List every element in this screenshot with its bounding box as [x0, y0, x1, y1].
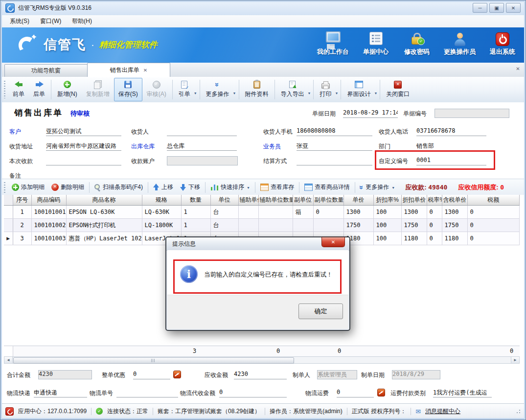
menu-system[interactable]: 系统(S)	[4, 16, 35, 27]
tab-nav-panel[interactable]: 功能导航窗	[4, 64, 88, 77]
table-cell[interactable]: LQ-630K	[142, 206, 181, 219]
column-header[interactable]: 副单位	[293, 195, 313, 206]
dropdown-caret-icon[interactable]: ▼	[233, 92, 236, 95]
more-actions-button[interactable]: 更多操作	[202, 78, 234, 101]
table-cell[interactable]: 0	[467, 232, 520, 245]
column-header[interactable]: 含税单价	[442, 195, 467, 206]
dropdown-caret-icon[interactable]: ▼	[374, 92, 377, 95]
column-header[interactable]: 辅助单位数量	[258, 195, 293, 206]
customer-input[interactable]: 亚拓公司测试	[46, 127, 121, 136]
express-input[interactable]: 申通快递	[34, 389, 87, 397]
close-button[interactable]: ✕	[506, 3, 521, 13]
horizontal-scrollbar[interactable]: ◄ ►	[4, 356, 520, 364]
table-cell[interactable]: 0	[427, 206, 442, 219]
payment-input[interactable]	[46, 157, 121, 165]
settle-input[interactable]	[297, 157, 372, 165]
table-cell[interactable]: 0	[427, 232, 442, 245]
edit-discount-icon[interactable]	[173, 371, 181, 378]
table-cell[interactable]: 1750	[401, 219, 427, 232]
column-header[interactable]: 商品编码	[31, 195, 66, 206]
warehouse-label[interactable]: 出库仓库	[131, 142, 167, 151]
column-header[interactable]: 税率%	[427, 195, 442, 206]
column-header[interactable]: 商品名称	[66, 195, 142, 206]
menu-window[interactable]: 窗口(W)	[35, 16, 67, 27]
column-header[interactable]: 序号	[13, 195, 31, 206]
attachments-button[interactable]: 附件资料	[241, 78, 273, 101]
scrollbar-thumb[interactable]	[13, 357, 294, 364]
table-cell[interactable]: EPSON LQ-630K	[66, 206, 142, 219]
column-header[interactable]: 单位	[210, 195, 238, 206]
table-row[interactable]: 1 100101001 EPSON LQ-630K LQ-630K 1 台 箱 …	[4, 206, 520, 219]
table-cell[interactable]: 100	[373, 219, 401, 232]
doc-date-input[interactable]: 2018-08-29 17:14	[343, 109, 398, 118]
prev-doc-button[interactable]: 前单	[8, 78, 29, 101]
dropdown-caret-icon[interactable]: ▼	[335, 92, 338, 95]
table-row[interactable]: 2 100101002 EPSON针式打印机 LQ-1800K 1 台 1750…	[4, 219, 520, 232]
table-cell[interactable]: 1300	[343, 206, 373, 219]
column-header[interactable]: 单价	[343, 195, 373, 206]
table-cell[interactable]: 1750	[442, 219, 467, 232]
column-header[interactable]: 税额	[467, 195, 520, 206]
dept-input[interactable]: 销售部	[416, 142, 486, 151]
table-cell[interactable]: 1	[181, 219, 210, 232]
table-cell[interactable]	[313, 219, 343, 232]
view-stock-button[interactable]: 查看库存	[257, 182, 297, 193]
scroll-right-icon[interactable]: ►	[511, 357, 519, 363]
change-password-button[interactable]: 修改密码	[403, 31, 431, 56]
menu-help[interactable]: 帮助(H)	[67, 16, 97, 27]
table-cell[interactable]: 1	[181, 206, 210, 219]
table-cell[interactable]	[258, 219, 293, 232]
table-cell[interactable]: 箱	[293, 206, 313, 219]
mobile-input[interactable]: 18608080808	[297, 127, 372, 136]
table-cell[interactable]: 0	[313, 206, 343, 219]
row-selector-cell[interactable]	[4, 232, 13, 245]
table-cell[interactable]: 1750	[343, 219, 373, 232]
table-cell[interactable]: 2	[13, 219, 31, 232]
quick-sort-button[interactable]: 快速排序▼	[207, 182, 253, 193]
address-input[interactable]: 河南省郑州市中原区建设路	[46, 142, 121, 151]
print-button[interactable]: 打印	[315, 78, 336, 101]
tracking-input[interactable]	[116, 389, 178, 397]
table-cell[interactable]: 1180	[442, 232, 467, 245]
exit-system-button[interactable]: 退出系统	[488, 31, 517, 56]
row-selector-cell[interactable]	[4, 206, 13, 219]
delete-detail-button[interactable]: 删除明细	[48, 182, 88, 193]
scan-barcode-button[interactable]: 扫描条形码(F4)	[91, 182, 146, 193]
freight-input[interactable]: 0	[337, 389, 374, 397]
column-header[interactable]: 数量	[181, 195, 210, 206]
tab-close-icon[interactable]: ✕	[143, 68, 147, 73]
dropdown-caret-icon[interactable]: ▼	[194, 92, 197, 95]
message-center-link[interactable]: 消息提醒中心	[425, 407, 460, 416]
import-export-button[interactable]: 导入导出	[276, 78, 309, 101]
salesman-input[interactable]: 张亚	[297, 142, 372, 151]
table-cell[interactable]	[258, 206, 293, 219]
column-header[interactable]: 辅助单位	[238, 195, 258, 206]
table-cell[interactable]: 1300	[401, 206, 427, 219]
ref-doc-button[interactable]: 引单	[174, 78, 195, 101]
table-cell[interactable]: 100101003	[31, 232, 66, 245]
scroll-left-icon[interactable]: ◄	[4, 357, 13, 363]
toolbar-grip[interactable]	[4, 182, 5, 193]
table-cell[interactable]	[293, 219, 313, 232]
table-cell[interactable]: 3	[13, 232, 31, 245]
table-cell[interactable]: 台	[210, 206, 238, 219]
move-up-button[interactable]: 上移	[150, 182, 177, 193]
close-window-button[interactable]: 关闭窗口	[382, 78, 414, 101]
resize-grip[interactable]	[516, 409, 521, 414]
dropdown-caret-icon[interactable]: ▼	[391, 186, 395, 189]
ui-design-button[interactable]: 界面设计	[343, 78, 375, 101]
save-button[interactable]: 保存(S)	[114, 78, 142, 101]
phone-input[interactable]: 03716678678	[416, 127, 486, 136]
salesman-label[interactable]: 业务员	[263, 142, 297, 151]
table-cell[interactable]: 1	[13, 206, 31, 219]
dropdown-caret-icon[interactable]: ▼	[247, 186, 250, 189]
switch-operator-button[interactable]: 更换操作员	[444, 31, 476, 56]
table-cell[interactable]: 100	[373, 232, 401, 245]
more-detail-actions-button[interactable]: 更多操作▼	[357, 182, 398, 193]
table-cell[interactable]: 1180	[401, 232, 427, 245]
next-doc-button[interactable]: 后单	[29, 78, 49, 101]
warehouse-input[interactable]: 总仓库	[167, 142, 237, 151]
table-cell[interactable]: 100	[373, 206, 401, 219]
edit-freight-icon[interactable]	[377, 389, 385, 397]
table-cell[interactable]: 1300	[442, 206, 467, 219]
